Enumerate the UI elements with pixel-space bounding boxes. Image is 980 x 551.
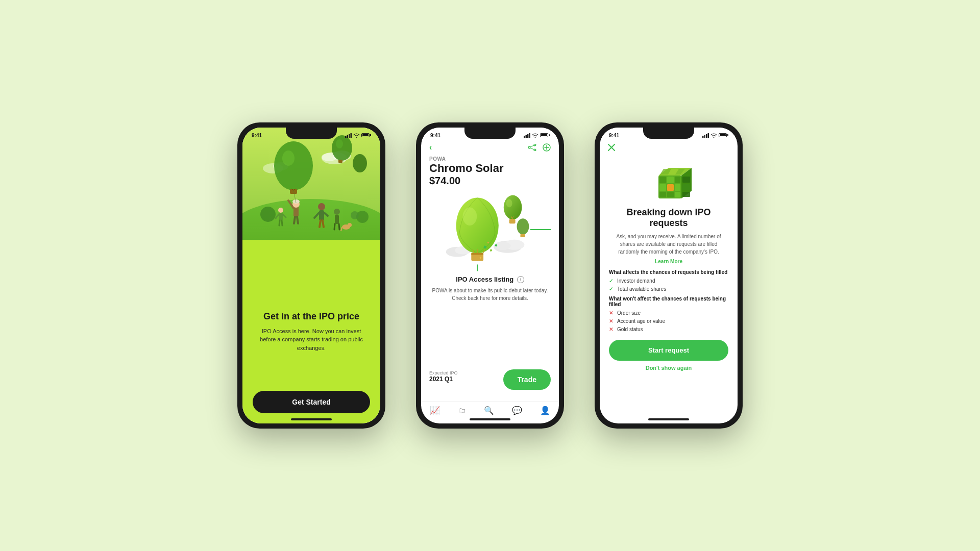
time-2: 9:41: [430, 133, 440, 138]
check-icon-2: ✓: [609, 286, 613, 292]
modal-title: Breaking down IPO requests: [609, 207, 728, 229]
phone2-body: POWA Chromo Solar $74.00: [421, 156, 559, 365]
tab-profile[interactable]: 👤: [540, 406, 550, 415]
svg-rect-33: [335, 215, 339, 224]
trade-button[interactable]: Trade: [503, 369, 551, 390]
hero-svg: [242, 128, 380, 240]
phone2-bottom: Expected IPO 2021 Q1 Trade: [421, 365, 559, 401]
close-icon: [608, 144, 615, 151]
get-started-button[interactable]: Get Started: [253, 391, 370, 413]
notch-2: [464, 128, 516, 139]
phone2-nav: ‹: [421, 141, 559, 156]
wifi-icon-3: [710, 133, 717, 138]
svg-point-66: [456, 198, 499, 254]
share-icon[interactable]: [528, 144, 536, 151]
cross-label-gold: Gold status: [617, 327, 643, 332]
close-button[interactable]: [600, 141, 738, 153]
notch-1: [286, 128, 337, 139]
svg-rect-88: [706, 134, 707, 138]
svg-point-67: [462, 208, 477, 226]
learn-more-link[interactable]: Learn More: [609, 259, 728, 264]
cross-item-order: ✕ Order size: [609, 310, 728, 316]
svg-rect-69: [471, 253, 483, 255]
svg-rect-27: [319, 210, 324, 220]
svg-point-55: [534, 149, 536, 151]
check-item-investor: ✓ Investor demand: [609, 278, 728, 284]
svg-rect-109: [682, 192, 690, 197]
tab-portfolio[interactable]: 🗂: [458, 406, 466, 415]
tab-home[interactable]: 📈: [430, 406, 440, 415]
balloon-svg: [429, 191, 530, 272]
tab-search[interactable]: 🔍: [484, 406, 494, 415]
svg-line-43: [279, 220, 280, 226]
svg-point-19: [353, 154, 367, 172]
cross-icon-3: ✕: [609, 327, 613, 332]
svg-rect-102: [667, 192, 674, 197]
svg-rect-51: [527, 134, 529, 138]
check-item-shares: ✓ Total available shares: [609, 286, 728, 292]
signal-icon-3: [702, 133, 709, 138]
svg-rect-18: [338, 160, 342, 163]
wifi-icon-2: [532, 133, 538, 138]
dont-show-link[interactable]: Don't show again: [609, 365, 728, 376]
svg-rect-50: [526, 135, 527, 138]
hero-illustration: 9:41: [242, 128, 380, 240]
svg-rect-52: [529, 133, 531, 138]
svg-rect-79: [520, 234, 525, 237]
cross-label-order: Order size: [617, 310, 641, 316]
svg-rect-98: [659, 184, 666, 191]
svg-line-34: [334, 224, 335, 230]
svg-rect-81: [490, 249, 493, 252]
phone-3: 9:41: [595, 122, 743, 429]
svg-point-11: [274, 141, 313, 190]
svg-rect-3: [351, 133, 352, 138]
cross-label-age: Account age or value: [617, 318, 665, 324]
cross-item-age: ✕ Account age or value: [609, 318, 728, 324]
signal-icon: [345, 133, 352, 138]
svg-rect-84: [487, 242, 489, 243]
ipo-listing: IPO Access listing i: [429, 274, 551, 284]
back-icon[interactable]: ‹: [429, 143, 432, 152]
info-icon[interactable]: i: [517, 276, 524, 283]
svg-rect-2: [349, 134, 350, 138]
cross-icon-1: ✕: [609, 310, 613, 316]
svg-line-44: [282, 220, 282, 226]
svg-line-57: [530, 148, 534, 149]
svg-rect-99: [667, 184, 674, 191]
cross-item-gold: ✕ Gold status: [609, 327, 728, 332]
svg-rect-89: [708, 133, 709, 138]
phone1-subtitle: IPO Access is here. Now you can invest b…: [255, 327, 368, 353]
cube-svg: [646, 155, 692, 201]
svg-rect-75: [509, 219, 516, 224]
notch-3: [643, 128, 694, 139]
svg-rect-49: [524, 136, 525, 138]
svg-rect-103: [675, 192, 680, 197]
add-icon[interactable]: [543, 143, 551, 152]
svg-point-45: [260, 207, 276, 222]
home-indicator-2: [470, 418, 510, 420]
svg-rect-100: [675, 184, 680, 191]
svg-point-54: [534, 144, 536, 146]
svg-rect-1: [347, 135, 349, 138]
svg-rect-95: [659, 177, 666, 183]
price: $74.00: [429, 175, 551, 187]
balloon-illustration: [429, 191, 551, 272]
svg-point-39: [278, 208, 283, 213]
check-label-shares: Total available shares: [617, 286, 666, 292]
svg-rect-96: [667, 177, 674, 183]
check-label-investor: Investor demand: [617, 278, 655, 284]
start-request-button[interactable]: Start request: [609, 340, 728, 361]
tab-messages[interactable]: 💬: [512, 406, 522, 415]
phone1-title: Get in at the IPO price: [263, 311, 359, 322]
svg-point-37: [348, 223, 352, 227]
svg-line-56: [530, 145, 534, 147]
wont-affect-title: What won't affect the chances of request…: [609, 296, 728, 307]
svg-point-74: [506, 199, 512, 208]
svg-rect-97: [675, 177, 680, 183]
signal-icon-2: [524, 133, 530, 138]
phone-1: 9:41: [237, 122, 385, 429]
cross-icon-2: ✕: [609, 318, 613, 324]
svg-point-47: [351, 211, 359, 219]
svg-rect-86: [702, 136, 704, 138]
svg-rect-107: [682, 177, 690, 183]
